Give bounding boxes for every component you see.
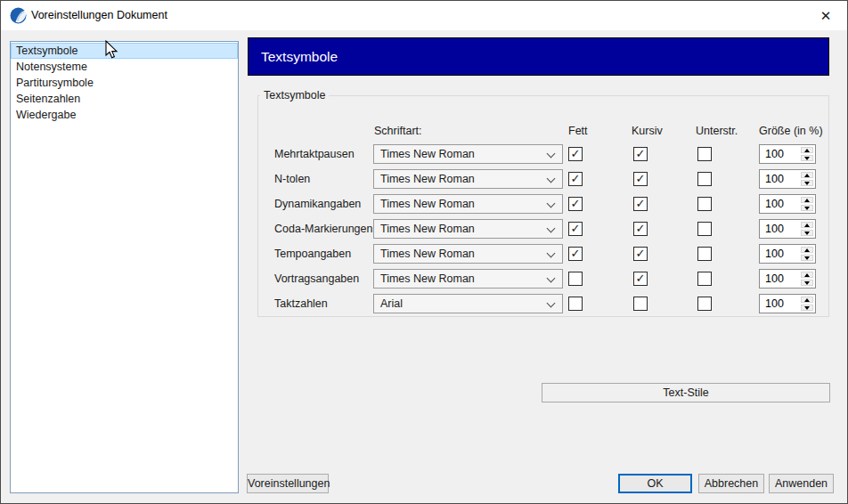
spin-up-icon[interactable]	[801, 247, 813, 253]
column-header-font: Schriftart:	[374, 125, 422, 137]
column-header-underline: Unterstr.	[696, 125, 738, 137]
font-select-value: Times New Roman	[380, 145, 475, 163]
sidebar-item-notensysteme[interactable]: Notensysteme	[11, 59, 238, 75]
bold-checkbox[interactable]	[568, 272, 583, 286]
chevron-down-icon	[547, 224, 556, 233]
row-dynamikangaben: Dynamikangaben Times New Roman ✓ ✓ 100	[1, 194, 847, 214]
italic-checkbox[interactable]: ✓	[633, 222, 648, 236]
italic-checkbox[interactable]	[633, 297, 648, 311]
font-select[interactable]: Times New Roman	[373, 219, 563, 239]
size-value: 100	[765, 170, 784, 188]
row-label: Tempoangaben	[274, 244, 351, 264]
underline-checkbox[interactable]	[697, 222, 712, 236]
ok-button[interactable]: OK	[618, 474, 692, 493]
size-value: 100	[765, 245, 784, 263]
chevron-down-icon	[547, 299, 556, 308]
chevron-down-icon	[547, 150, 556, 159]
preferences-dialog: Voreinstellungen Dokument ✕ Textsymbole …	[0, 0, 848, 504]
font-select-value: Times New Roman	[380, 195, 475, 213]
text-styles-button[interactable]: Text-Stile	[542, 383, 830, 402]
apply-button[interactable]: Anwenden	[769, 474, 834, 493]
spin-down-icon[interactable]	[801, 205, 813, 211]
column-header-italic: Kursiv	[632, 125, 663, 137]
window-title: Voreinstellungen Dokument	[31, 1, 167, 30]
section-header: Textsymbole	[248, 37, 829, 76]
row-n-tolen: N-tolen Times New Roman ✓ ✓ 100	[1, 169, 847, 189]
underline-checkbox[interactable]	[697, 197, 712, 211]
spin-down-icon[interactable]	[801, 255, 813, 261]
close-button[interactable]: ✕	[808, 3, 844, 28]
font-select[interactable]: Times New Roman	[373, 244, 563, 264]
spin-up-icon[interactable]	[801, 222, 813, 228]
size-spinner[interactable]: 100	[759, 219, 816, 239]
spin-up-icon[interactable]	[801, 197, 813, 203]
size-value: 100	[765, 145, 784, 163]
chevron-down-icon	[547, 199, 556, 208]
row-tempoangaben: Tempoangaben Times New Roman ✓ ✓ 100	[1, 244, 847, 264]
font-select-value: Times New Roman	[380, 270, 475, 288]
spin-up-icon[interactable]	[801, 297, 813, 303]
spin-down-icon[interactable]	[801, 230, 813, 236]
row-label: Dynamikangaben	[274, 194, 361, 214]
row-mehrtaktpausen: Mehrtaktpausen Times New Roman ✓ ✓ 100	[1, 144, 847, 164]
font-select-value: Times New Roman	[380, 245, 475, 263]
size-spinner[interactable]: 100	[759, 169, 816, 189]
size-spinner[interactable]: 100	[759, 269, 816, 289]
row-vortragsangaben: Vortragsangaben Times New Roman ✓ 100	[1, 269, 847, 289]
size-spinner[interactable]: 100	[759, 244, 816, 264]
font-select[interactable]: Times New Roman	[373, 169, 563, 189]
underline-checkbox[interactable]	[697, 297, 712, 311]
italic-checkbox[interactable]: ✓	[633, 147, 648, 161]
row-label: Mehrtaktpausen	[274, 144, 355, 164]
app-logo-icon	[10, 7, 27, 24]
underline-checkbox[interactable]	[697, 172, 712, 186]
sidebar-item-seitenzahlen[interactable]: Seitenzahlen	[11, 91, 238, 107]
row-label: Taktzahlen	[274, 294, 328, 313]
font-select-value: Times New Roman	[380, 170, 475, 188]
group-title: Textsymbole	[260, 89, 329, 102]
title-bar: Voreinstellungen Dokument ✕	[1, 1, 847, 30]
italic-checkbox[interactable]: ✓	[633, 272, 648, 286]
bold-checkbox[interactable]: ✓	[568, 147, 583, 161]
presets-button[interactable]: Voreinstellungen	[247, 474, 329, 493]
spin-down-icon[interactable]	[801, 280, 813, 286]
font-select[interactable]: Times New Roman	[373, 144, 563, 164]
bold-checkbox[interactable]: ✓	[568, 247, 583, 261]
sidebar-item-wiedergabe[interactable]: Wiedergabe	[11, 107, 238, 123]
bold-checkbox[interactable]	[568, 297, 583, 311]
bold-checkbox[interactable]: ✓	[568, 197, 583, 211]
column-header-size: Größe (in %)	[759, 125, 823, 137]
font-select-value: Arial	[380, 295, 403, 313]
row-taktzahlen: Taktzahlen Arial 100	[1, 294, 847, 313]
spin-up-icon[interactable]	[801, 172, 813, 178]
cancel-button[interactable]: Abbrechen	[698, 474, 764, 493]
chevron-down-icon	[547, 274, 556, 283]
row-label: N-tolen	[274, 169, 310, 189]
font-select[interactable]: Times New Roman	[373, 194, 563, 214]
chevron-down-icon	[547, 175, 556, 183]
size-spinner[interactable]: 100	[759, 144, 816, 164]
size-spinner[interactable]: 100	[759, 194, 816, 214]
row-label: Coda-Markierungen	[274, 219, 372, 239]
bold-checkbox[interactable]: ✓	[568, 222, 583, 236]
spin-up-icon[interactable]	[801, 147, 813, 153]
spin-up-icon[interactable]	[801, 272, 813, 278]
font-select[interactable]: Times New Roman	[373, 269, 563, 289]
category-list[interactable]: Textsymbole Notensysteme Partitursymbole…	[10, 41, 239, 493]
spin-down-icon[interactable]	[801, 180, 813, 186]
italic-checkbox[interactable]: ✓	[633, 247, 648, 261]
row-label: Vortragsangaben	[274, 269, 359, 289]
spin-down-icon[interactable]	[801, 305, 813, 311]
spin-down-icon[interactable]	[801, 155, 813, 161]
sidebar-item-partitursymbole[interactable]: Partitursymbole	[11, 75, 238, 91]
size-value: 100	[765, 270, 784, 288]
underline-checkbox[interactable]	[697, 272, 712, 286]
italic-checkbox[interactable]: ✓	[633, 172, 648, 186]
bold-checkbox[interactable]: ✓	[568, 172, 583, 186]
size-spinner[interactable]: 100	[759, 294, 816, 313]
underline-checkbox[interactable]	[697, 147, 712, 161]
italic-checkbox[interactable]: ✓	[633, 197, 648, 211]
font-select[interactable]: Arial	[373, 294, 563, 313]
underline-checkbox[interactable]	[697, 247, 712, 261]
sidebar-item-textsymbole[interactable]: Textsymbole	[11, 43, 238, 59]
